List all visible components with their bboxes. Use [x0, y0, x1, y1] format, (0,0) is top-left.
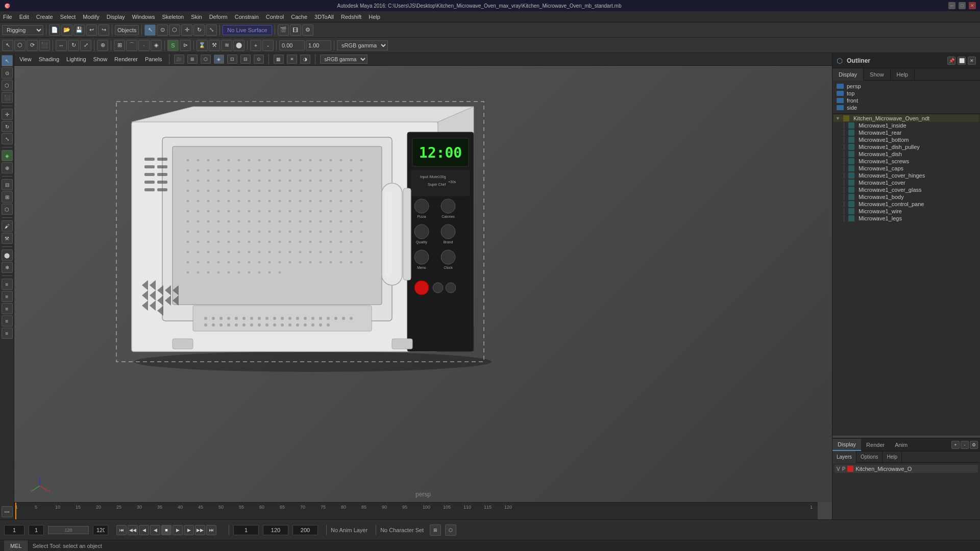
cam-side[interactable]: side [835, 104, 978, 111]
close-button[interactable]: ✕ [969, 2, 976, 9]
lt-extra5[interactable]: ≡ [2, 328, 13, 339]
snap-view[interactable]: ◈ [151, 40, 162, 51]
anim-tab[interactable]: Anim [890, 439, 913, 451]
tree-item-dish[interactable]: Microwave1_dish [834, 151, 979, 158]
tree-item-cover[interactable]: Microwave1_cover [834, 179, 979, 186]
gamma-select[interactable]: sRGB gamma [337, 40, 388, 51]
tree-item-caps[interactable]: Microwave1_caps [834, 165, 979, 172]
current-frame-field[interactable] [4, 525, 24, 535]
lt-extra1[interactable]: ≡ [2, 279, 13, 290]
paint-tool[interactable]: ⬡ [169, 24, 180, 36]
open-scene-btn[interactable]: 📂 [61, 24, 72, 36]
vp-view-menu[interactable]: View [17, 55, 34, 63]
lt-extra2[interactable]: ≡ [2, 291, 13, 302]
tree-item-body[interactable]: Microwave1_body [834, 193, 979, 201]
scale-lt-btn[interactable]: ⤡ [2, 133, 13, 144]
paint-lt-btn[interactable]: ⬡ [2, 80, 13, 91]
cam-front[interactable]: front [835, 97, 978, 104]
lasso-lt-btn[interactable]: ⊙ [2, 67, 13, 79]
freeze-lt[interactable]: ❄ [2, 262, 13, 273]
snap-curve[interactable]: ⌒ [126, 40, 137, 51]
menu-constrain[interactable]: Constrain [235, 14, 259, 20]
vp-subdiv-btn[interactable]: ⊡ [227, 55, 237, 64]
menu-deform[interactable]: Deform [209, 14, 228, 20]
new-scene-btn[interactable]: 📄 [49, 24, 60, 36]
outliner-tab-show[interactable]: Show [864, 68, 891, 81]
render-btn[interactable]: 🎬 [278, 24, 289, 36]
remove-influence[interactable]: - [262, 40, 274, 51]
vp-show-menu[interactable]: Show [91, 55, 110, 63]
play-back-btn[interactable]: ◀ [150, 525, 160, 535]
menu-cache[interactable]: Cache [291, 14, 307, 20]
frame-range-slider[interactable]: 120 [48, 526, 89, 534]
char-set-btn2[interactable]: ⬡ [445, 524, 456, 536]
symmetry[interactable]: ⊳ [180, 40, 191, 51]
play-fwd-btn[interactable]: ▶ [173, 525, 183, 535]
history[interactable]: ⌛ [197, 40, 208, 51]
wireframe-lt[interactable]: ⬡ [2, 204, 13, 215]
lasso-select[interactable]: ⟳ [27, 40, 38, 51]
range-start-field[interactable] [233, 525, 259, 535]
paint-select[interactable]: ⬡ [14, 40, 26, 51]
tree-item-cover-glass[interactable]: Microwave1_cover_glass [834, 186, 979, 193]
menu-select[interactable]: Select [60, 14, 76, 20]
layer-delete-btn[interactable]: - [961, 441, 969, 449]
vp-lighting-menu[interactable]: Lighting [64, 55, 88, 63]
snap-grid[interactable]: ⊞ [114, 40, 125, 51]
menu-modify[interactable]: Modify [83, 14, 99, 20]
value-field-y[interactable] [306, 40, 331, 51]
char-set-btn1[interactable]: ⊞ [430, 524, 441, 536]
sculpt-lt[interactable]: ⚒ [2, 233, 13, 244]
start-frame-field[interactable] [29, 525, 44, 535]
xray-lt[interactable]: ⊟ [2, 179, 13, 190]
snap-point[interactable]: · [138, 40, 150, 51]
end-frame-field[interactable] [93, 525, 108, 535]
prev-key-btn[interactable]: ◀◀ [128, 525, 138, 535]
soft-select[interactable]: S [167, 40, 179, 51]
tree-root[interactable]: ▼ Kitchen_Microwave_Oven_ndt [834, 115, 979, 122]
cam-top[interactable]: top [835, 90, 978, 97]
show-manip-lt[interactable]: ⊕ [2, 162, 13, 173]
next-frame-btn[interactable]: ▶ [184, 525, 194, 535]
grid-lt[interactable]: ⊞ [2, 191, 13, 203]
lasso-tool[interactable]: ⊙ [157, 24, 168, 36]
select-arrow[interactable]: ↖ [2, 40, 13, 51]
tree-item-screws[interactable]: Microwave1_screws [834, 158, 979, 165]
render-preview-lt[interactable]: ⬤ [2, 249, 13, 261]
vp-smooth-btn[interactable]: ◈ [214, 55, 224, 64]
menu-skin[interactable]: Skin [191, 14, 202, 20]
display-tab[interactable]: Display [832, 439, 861, 451]
outliner-tab-display[interactable]: Display [832, 68, 864, 81]
layer-item-microwave[interactable]: V P Kitchen_Microwave_O [835, 465, 978, 473]
soft-select-lt[interactable]: ◈ [2, 150, 13, 161]
rotate-lt-btn[interactable]: ↻ [2, 121, 13, 132]
mode-select[interactable]: Rigging Animation Modeling Rendering Dyn… [2, 25, 43, 35]
construction[interactable]: ⚒ [209, 40, 220, 51]
show-weights[interactable]: ⬤ [233, 40, 244, 51]
restore-button[interactable]: □ [959, 2, 966, 9]
next-key-btn[interactable]: ▶▶ [195, 525, 205, 535]
tree-item-rear[interactable]: Microwave1_rear [834, 129, 979, 136]
stop-btn[interactable]: ■ [161, 525, 172, 535]
menu-create[interactable]: Create [36, 14, 53, 20]
tree-item-bottom[interactable]: Microwave1_bottom [834, 136, 979, 143]
rotate-t[interactable]: ↻ [68, 40, 79, 51]
render-settings-btn[interactable]: ⚙ [302, 24, 313, 36]
tree-item-cover-hinges[interactable]: Microwave1_cover_hinges [834, 172, 979, 179]
redo-btn[interactable]: ↪ [98, 24, 109, 36]
prev-frame-btn[interactable]: ◀ [139, 525, 149, 535]
marquee-select[interactable]: ⬛ [39, 40, 50, 51]
vp-renderer-menu[interactable]: Renderer [112, 55, 140, 63]
menu-skeleton[interactable]: Skeleton [162, 14, 184, 20]
rotate-tool[interactable]: ↻ [193, 24, 205, 36]
lt-extra4[interactable]: ≡ [2, 315, 13, 327]
cam-persp[interactable]: persp [835, 83, 978, 90]
vp-panels-menu[interactable]: Panels [143, 55, 164, 63]
menu-redshift[interactable]: Redshift [341, 14, 361, 20]
tree-item-wire[interactable]: Microwave1_wire [834, 208, 979, 215]
outliner-close-btn[interactable]: ✕ [968, 57, 976, 65]
menu-edit[interactable]: Edit [19, 14, 29, 20]
outliner-pin-btn[interactable]: 📌 [947, 57, 955, 65]
move-t[interactable]: ↔ [56, 40, 67, 51]
range-end-field[interactable] [263, 525, 288, 535]
